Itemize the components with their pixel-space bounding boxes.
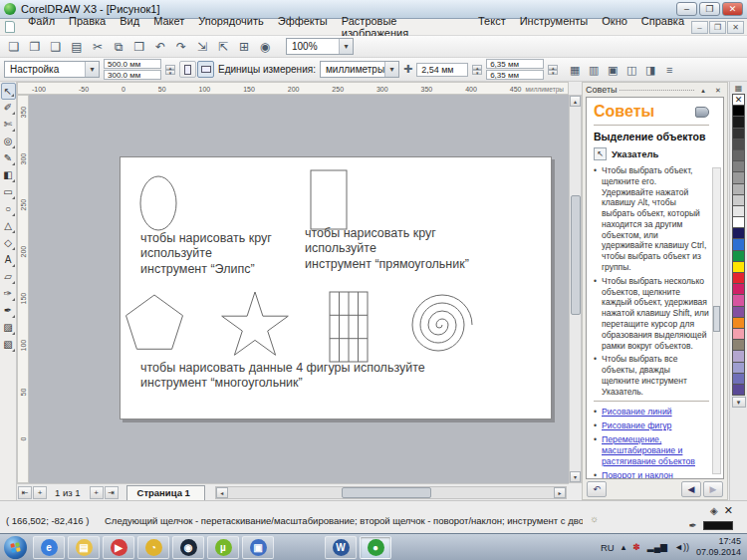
spin-down-icon[interactable]: ▾ <box>548 70 558 75</box>
tips-scrollbar[interactable] <box>712 167 721 474</box>
language-indicator[interactable]: RU <box>601 542 615 553</box>
close-button[interactable]: ✕ <box>722 2 743 16</box>
taskbar-word[interactable]: W <box>325 536 357 559</box>
taskbar-explorer[interactable]: ▤ <box>68 536 100 559</box>
mdi-minimize-button[interactable]: – <box>691 21 708 34</box>
tips-previous-button[interactable]: ◀ <box>681 481 701 497</box>
add-page-before-button[interactable]: + <box>33 486 47 499</box>
mdi-restore-button[interactable]: ❐ <box>709 21 726 34</box>
scroll-up-icon[interactable]: ▴ <box>570 96 581 107</box>
bar-options-button[interactable]: ≡ <box>660 61 678 79</box>
scrollbar-thumb[interactable] <box>571 195 581 315</box>
outline-tool[interactable]: ✒ <box>1 303 16 320</box>
snap-to-grid-button[interactable]: ▦ <box>566 61 584 79</box>
copy-button[interactable]: ⧉ <box>109 38 128 56</box>
tips-link[interactable]: Поворот и наклон объектов <box>602 470 673 479</box>
interactive-blend-tool[interactable]: ▱ <box>1 269 16 286</box>
vertical-scrollbar[interactable]: ▴ ▾ <box>569 95 582 483</box>
shape-tool[interactable]: ✐ <box>1 100 16 117</box>
dynamic-guides-button[interactable]: ◫ <box>622 61 640 79</box>
taskbar-steam[interactable]: ◉ <box>172 536 204 559</box>
duplicate-x-field[interactable]: 6,35 мм <box>486 59 544 69</box>
tips-next-button[interactable]: ▶ <box>703 481 723 497</box>
chevron-down-icon[interactable]: ▾ <box>339 39 353 54</box>
last-page-button[interactable]: ⇥ <box>105 486 119 499</box>
taskbar-coreldraw[interactable]: ● <box>360 536 391 559</box>
scroll-left-icon[interactable]: ◂ <box>216 487 228 498</box>
paper-height-field[interactable]: 300.0 мм <box>104 70 161 80</box>
zoom-tool[interactable]: ◎ <box>1 134 16 150</box>
units-combo[interactable]: миллиметры ▾ <box>320 61 399 78</box>
import-button[interactable]: ⇲ <box>192 38 212 56</box>
start-button[interactable] <box>4 536 27 559</box>
fill-tool[interactable]: ▨ <box>1 320 16 337</box>
crop-tool[interactable]: ✄ <box>1 117 16 134</box>
palette-scroll-down-icon[interactable]: ▾ <box>732 397 746 408</box>
nudge-offset-field[interactable]: 2,54 мм <box>416 63 468 77</box>
open-button[interactable]: ❐ <box>25 38 45 56</box>
freehand-tool[interactable]: ✎ <box>1 150 16 167</box>
scrollbar-thumb[interactable] <box>713 306 720 332</box>
tray-alert-icon[interactable]: ✽ <box>632 542 640 552</box>
drawing-canvas[interactable]: чтобы нарисовать круг используйте инстру… <box>29 95 569 483</box>
basic-shapes-tool[interactable]: ◇ <box>1 235 16 252</box>
app-launcher-button[interactable]: ⊞ <box>234 38 254 56</box>
docker-title-bar[interactable]: Советы ▴ ✕ <box>583 83 727 97</box>
eyedropper-tool[interactable]: ✑ <box>1 286 16 303</box>
mdi-close-button[interactable]: ✕ <box>727 21 744 34</box>
chevron-down-icon[interactable]: ▾ <box>85 62 99 77</box>
zoom-level-combo[interactable]: 100% ▾ <box>286 38 354 55</box>
polygon-tool[interactable]: △ <box>1 218 16 235</box>
ellipse-tool[interactable]: ○ <box>1 201 16 218</box>
taskbar-media-player[interactable]: ▶ <box>103 536 134 559</box>
redo-button[interactable]: ↷ <box>171 38 191 56</box>
corel-online-button[interactable]: ◉ <box>255 38 275 56</box>
preset-combo[interactable]: Настройка ▾ <box>4 61 100 78</box>
page-tab[interactable]: Страница 1 <box>126 485 205 500</box>
scrollbar-thumb[interactable] <box>342 487 431 498</box>
chevron-down-icon[interactable]: ▾ <box>384 62 398 77</box>
restore-button[interactable]: ❐ <box>699 2 720 16</box>
pick-tool[interactable]: ↖ <box>1 83 16 100</box>
paper-width-field[interactable]: 500.0 мм <box>104 59 161 69</box>
docker-grip[interactable] <box>620 90 694 91</box>
print-button[interactable]: ▤ <box>67 38 87 56</box>
spin-down-icon[interactable]: ▾ <box>472 70 482 75</box>
treat-all-as-filled-button[interactable]: ◨ <box>641 61 659 79</box>
export-button[interactable]: ⇱ <box>213 38 233 56</box>
tips-link[interactable]: Перемещение, масштабирование и растягива… <box>602 434 695 466</box>
rectangle-tool[interactable]: ▭ <box>1 184 16 201</box>
docker-close-button[interactable]: ✕ <box>712 85 724 96</box>
taskbar-internet-explorer[interactable]: e <box>33 536 65 559</box>
tips-link[interactable]: Рисование линий <box>602 407 672 417</box>
horizontal-ruler[interactable]: -100-50050100150200250300350400450 милли… <box>17 82 569 95</box>
duplicate-y-field[interactable]: 6,35 мм <box>486 70 544 80</box>
portrait-button[interactable] <box>179 61 196 78</box>
spin-down-icon[interactable]: ▾ <box>165 70 175 75</box>
paste-button[interactable]: ❒ <box>129 38 149 56</box>
snap-to-guides-button[interactable]: ▥ <box>585 61 603 79</box>
tray-expand-icon[interactable]: ▴ <box>622 542 626 552</box>
landscape-button[interactable] <box>197 61 214 78</box>
first-page-button[interactable]: ⇤ <box>18 486 32 499</box>
save-button[interactable]: ❑ <box>46 38 66 56</box>
scroll-right-icon[interactable]: ▸ <box>554 487 566 498</box>
palette-swatch[interactable] <box>732 384 745 396</box>
taskbar-chrome[interactable]: ◔ <box>137 536 169 559</box>
tips-back-button[interactable]: ↶ <box>587 481 607 497</box>
undo-button[interactable]: ↶ <box>150 38 170 56</box>
snap-to-objects-button[interactable]: ▣ <box>604 61 622 79</box>
scroll-down-icon[interactable]: ▾ <box>570 471 581 482</box>
horizontal-scrollbar[interactable]: ◂ ▸ <box>215 486 567 499</box>
smart-fill-tool[interactable]: ◧ <box>1 167 16 184</box>
tips-link[interactable]: Рисование фигур <box>602 420 671 430</box>
new-document-button[interactable]: ❏ <box>4 38 24 56</box>
volume-icon[interactable]: ◄)) <box>674 542 689 552</box>
taskbar-blue-app[interactable]: ▣ <box>242 536 274 559</box>
vertical-ruler[interactable]: 350300250200150100500 <box>17 95 29 483</box>
docker-collapse-button[interactable]: ▴ <box>697 85 709 96</box>
drawing-page[interactable]: чтобы нарисовать круг используйте инстру… <box>120 156 552 420</box>
text-tool[interactable]: A <box>1 252 16 269</box>
clock[interactable]: 17:45 07.09.2014 <box>696 536 743 559</box>
taskbar-utorrent[interactable]: µ <box>207 536 239 559</box>
